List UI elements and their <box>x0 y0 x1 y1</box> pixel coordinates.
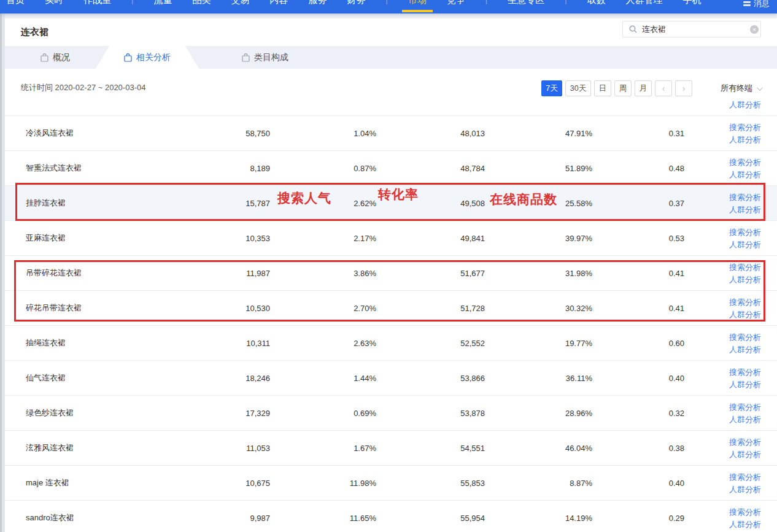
search-analysis-link[interactable]: 搜索分析 <box>729 401 761 413</box>
crowd-analysis-link[interactable]: 人群分析 <box>729 344 761 355</box>
crowd-analysis-link[interactable]: 人群分析 <box>729 309 761 320</box>
share-cell: 31.98% <box>485 269 592 278</box>
period-week-button[interactable]: 周 <box>614 80 632 96</box>
keyword-cell: sandro连衣裙 <box>26 512 185 523</box>
table-row: 绿色纱连衣裙 17,329 0.69% 53,878 28.96% 0.32 搜… <box>5 396 777 431</box>
nav-item-market[interactable]: 市场 <box>408 0 427 6</box>
nav-item-service[interactable]: 服务 <box>308 0 327 6</box>
index-cell: 0.41 <box>592 304 684 313</box>
table-row: 抽绳连衣裙 10,311 2.63% 52,552 19.77% 0.60 搜索… <box>5 326 777 361</box>
keyword-cell: 冷淡风连衣裙 <box>26 128 185 139</box>
crowd-analysis-link[interactable]: 人群分析 <box>729 274 761 285</box>
crowd-analysis-link[interactable]: 人群分析 <box>729 99 761 110</box>
index-cell: 0.40 <box>592 479 684 488</box>
crowd-analysis-link[interactable]: 人群分析 <box>729 379 761 390</box>
index-cell: 0.29 <box>592 514 684 523</box>
filter-bar: 统计时间 2020-02-27 ~ 2020-03-04 7天 30天 日 周 … <box>5 69 777 104</box>
crowd-analysis-link[interactable]: 人群分析 <box>729 239 761 250</box>
bag-icon <box>41 53 48 62</box>
period-day-button[interactable]: 日 <box>594 80 611 96</box>
search-analysis-link[interactable]: 搜索分析 <box>729 436 761 448</box>
nav-items: 首页 实时 作战室 | 流量 品类 交易 内容 服务 财务 | 市场 竞争 | … <box>0 0 777 6</box>
share-cell: 28.96% <box>485 409 592 418</box>
nav-item-trade[interactable]: 交易 <box>231 0 249 6</box>
nav-item-biz-zone[interactable]: 生意专区 <box>508 0 544 6</box>
period-month-button[interactable]: 月 <box>635 80 652 96</box>
search-input[interactable] <box>642 25 750 34</box>
nav-item-finance[interactable]: 财务 <box>347 0 365 6</box>
crowd-analysis-link[interactable]: 人群分析 <box>729 169 761 180</box>
nav-message[interactable]: 消息 <box>743 0 770 9</box>
products-cell: 48,784 <box>376 164 485 173</box>
period-7d-button[interactable]: 7天 <box>541 80 562 96</box>
crowd-analysis-link[interactable]: 人群分析 <box>729 449 761 460</box>
clear-search-icon[interactable] <box>750 25 759 34</box>
nav-item-home[interactable]: 首页 <box>6 0 25 6</box>
message-label: 消息 <box>754 0 770 9</box>
crowd-analysis-link[interactable]: 人群分析 <box>729 414 761 425</box>
tab-strip: 概况 相关分析 类目构成 <box>5 46 777 69</box>
table-row: sandro连衣裙 9,987 11.65% 55,954 14.19% 0.2… <box>5 501 777 532</box>
search-analysis-link[interactable]: 搜索分析 <box>729 366 761 378</box>
page-title: 连衣裙 <box>21 26 48 38</box>
tab-label: 概况 <box>53 52 70 63</box>
keyword-cell: 挂脖连衣裙 <box>26 198 185 209</box>
nav-item-category[interactable]: 品类 <box>192 0 211 6</box>
nav-item-content[interactable]: 内容 <box>269 0 288 6</box>
search-analysis-link[interactable]: 搜索分析 <box>729 261 761 273</box>
conversion-cell: 11.65% <box>270 514 376 523</box>
table-row: 冷淡风连衣裙 58,750 1.04% 48,013 47.91% 0.31 搜… <box>5 116 777 151</box>
index-cell: 0.40 <box>592 374 684 383</box>
search-analysis-link[interactable]: 搜索分析 <box>729 506 761 518</box>
search-analysis-link[interactable]: 搜索分析 <box>729 296 761 308</box>
nav-item-traffic[interactable]: 流量 <box>153 0 172 6</box>
share-cell: 39.97% <box>485 234 592 243</box>
nav-item-mobile[interactable]: 手机 <box>683 0 702 6</box>
search-analysis-link[interactable]: 搜索分析 <box>729 191 761 203</box>
nav-item-warroom[interactable]: 作战室 <box>83 0 111 6</box>
prev-period-button[interactable]: ‹ <box>655 80 672 96</box>
conversion-cell: 0.69% <box>270 409 376 418</box>
share-cell: 25.58% <box>485 199 592 208</box>
tab-related-analysis[interactable]: 相关分析 <box>96 46 199 69</box>
tab-label: 相关分析 <box>136 52 171 63</box>
crowd-analysis-link[interactable]: 人群分析 <box>729 204 761 215</box>
nav-item-data-fetch[interactable]: 取数 <box>587 0 606 6</box>
conversion-cell: 1.44% <box>270 374 376 383</box>
keyword-cell: maje 连衣裙 <box>26 477 185 488</box>
share-cell: 30.32% <box>485 304 592 313</box>
period-30d-button[interactable]: 30天 <box>565 80 591 96</box>
nav-divider: | <box>565 0 566 4</box>
search-analysis-link[interactable]: 搜索分析 <box>729 156 761 168</box>
search-analysis-link[interactable]: 搜索分析 <box>729 121 761 133</box>
top-nav: 首页 实时 作战室 | 流量 品类 交易 内容 服务 财务 | 市场 竞争 | … <box>0 0 777 13</box>
products-cell: 49,841 <box>376 234 485 243</box>
index-cell: 0.37 <box>592 199 684 208</box>
search-analysis-link[interactable]: 搜索分析 <box>729 226 761 238</box>
index-cell: 0.53 <box>592 234 684 243</box>
nav-item-competition[interactable]: 竞争 <box>447 0 465 6</box>
nav-item-realtime[interactable]: 实时 <box>45 0 63 6</box>
share-cell: 51.89% <box>485 164 592 173</box>
nav-item-crowd-mgmt[interactable]: 人群管理 <box>626 0 663 6</box>
keyword-cell: 抽绳连衣裙 <box>26 337 185 349</box>
nav-divider: | <box>385 0 387 4</box>
tab-category-composition[interactable]: 类目构成 <box>225 46 306 69</box>
products-cell: 55,853 <box>376 479 485 488</box>
crowd-analysis-link[interactable]: 人群分析 <box>729 134 761 145</box>
main-panel: 连衣裙 概况 相关分析 类目构成 <box>5 18 777 532</box>
search-analysis-link[interactable]: 搜索分析 <box>729 331 761 343</box>
popularity-cell: 11,053 <box>185 444 270 453</box>
tab-overview[interactable]: 概况 <box>15 46 96 69</box>
crowd-analysis-link[interactable]: 人群分析 <box>729 484 761 495</box>
terminal-dropdown[interactable]: 所有终端 <box>721 80 761 96</box>
share-cell: 47.91% <box>485 129 592 138</box>
conversion-cell: 3.86% <box>270 269 376 278</box>
crowd-analysis-link[interactable]: 人群分析 <box>729 519 761 530</box>
next-period-button[interactable]: › <box>675 80 692 96</box>
panel-header: 连衣裙 <box>5 18 777 46</box>
keyword-cell: 吊带碎花连衣裙 <box>26 268 185 279</box>
conversion-cell: 11.98% <box>270 479 376 488</box>
search-analysis-link[interactable]: 搜索分析 <box>729 471 761 483</box>
nav-divider: | <box>485 0 487 4</box>
